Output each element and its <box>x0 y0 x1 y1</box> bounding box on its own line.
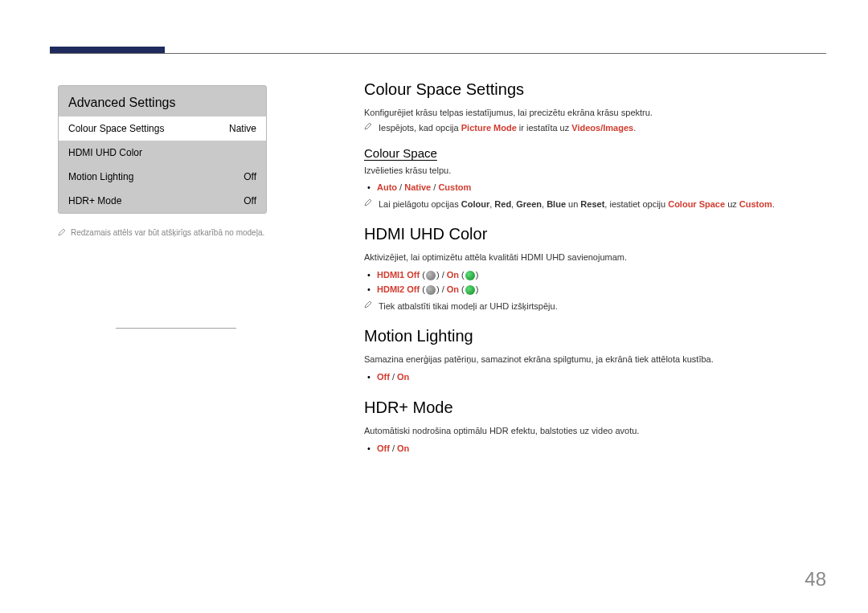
page-number: 48 <box>805 568 826 591</box>
desc-text: Samazina enerģijas patēriņu, samazinot e… <box>364 353 826 366</box>
note-picture-mode: Iespējots, kad opcija Picture Mode ir ie… <box>364 122 826 134</box>
option-row: Auto / Native / Custom <box>364 180 826 195</box>
row-value: Native <box>229 123 256 134</box>
row-label: HDR+ Mode <box>68 195 121 206</box>
pencil-icon <box>364 198 372 206</box>
desc-text: Konfigurējiet krāsu telpas iestatījumus,… <box>364 107 826 119</box>
desc-text: Aktivizējiet, lai optimizētu attēla kval… <box>364 251 826 264</box>
row-value: Off <box>244 195 256 206</box>
desc-text: Automātiski nodrošina optimālu HDR efekt… <box>364 425 826 437</box>
panel-row-hdr-mode[interactable]: HDR+ Mode Off <box>59 189 266 213</box>
pencil-icon <box>364 122 372 130</box>
heading-motion-lighting: Motion Lighting <box>364 327 826 345</box>
heading-colour-space-settings: Colour Space Settings <box>364 80 826 99</box>
panel-row-hdmi-uhd[interactable]: HDMI UHD Color <box>59 141 266 165</box>
pencil-icon <box>58 228 66 236</box>
advanced-settings-panel: Advanced Settings Colour Space Settings … <box>58 85 267 214</box>
row-label: HDMI UHD Color <box>68 147 142 158</box>
panel-row-colour-space[interactable]: Colour Space Settings Native <box>59 116 266 141</box>
option-hdmi2: HDMI2 Off () / On () <box>364 282 826 297</box>
option-row: Off / On <box>364 441 826 456</box>
row-label: Motion Lighting <box>68 171 133 182</box>
section-hdr-mode: HDR+ Mode Automātiski nodrošina optimālu… <box>364 398 826 456</box>
section-motion-lighting: Motion Lighting Samazina enerģijas patēr… <box>364 327 826 384</box>
left-footnote: Redzamais attēls var būt atšķirīgs atkar… <box>58 228 267 237</box>
options-colour-space: Auto / Native / Custom <box>364 180 826 195</box>
options-motion: Off / On <box>364 370 826 385</box>
note-custom-colours: Lai pielāgotu opcijas Colour, Red, Green… <box>364 198 826 210</box>
subheading-colour-space: Colour Space <box>364 146 826 160</box>
toggle-on-icon <box>465 285 475 295</box>
heading-hdr-mode: HDR+ Mode <box>364 398 826 417</box>
options-hdr: Off / On <box>364 441 826 456</box>
note-uhd-models: Tiek atbalstīti tikai modeļi ar UHD izšķ… <box>364 300 826 313</box>
heading-hdmi-uhd-color: HDMI UHD Color <box>364 225 826 243</box>
row-label: Colour Space Settings <box>68 123 164 134</box>
desc-text: Izvēlieties krāsu telpu. <box>364 165 826 177</box>
panel-title: Advanced Settings <box>59 86 266 116</box>
toggle-off-icon <box>426 285 436 295</box>
pencil-icon <box>364 300 372 309</box>
panel-row-motion-lighting[interactable]: Motion Lighting Off <box>59 165 266 189</box>
option-hdmi1: HDMI1 Off () / On () <box>364 268 826 283</box>
row-value: Off <box>244 171 256 182</box>
section-hdmi-uhd-color: HDMI UHD Color Aktivizējiet, lai optimiz… <box>364 225 826 313</box>
section-colour-space-settings: Colour Space Settings Konfigurējiet krās… <box>364 80 826 210</box>
toggle-on-icon <box>465 271 475 280</box>
options-hdmi: HDMI1 Off () / On () HDMI2 Off () / On (… <box>364 268 826 297</box>
toggle-off-icon <box>426 271 436 280</box>
option-row: Off / On <box>364 370 826 385</box>
